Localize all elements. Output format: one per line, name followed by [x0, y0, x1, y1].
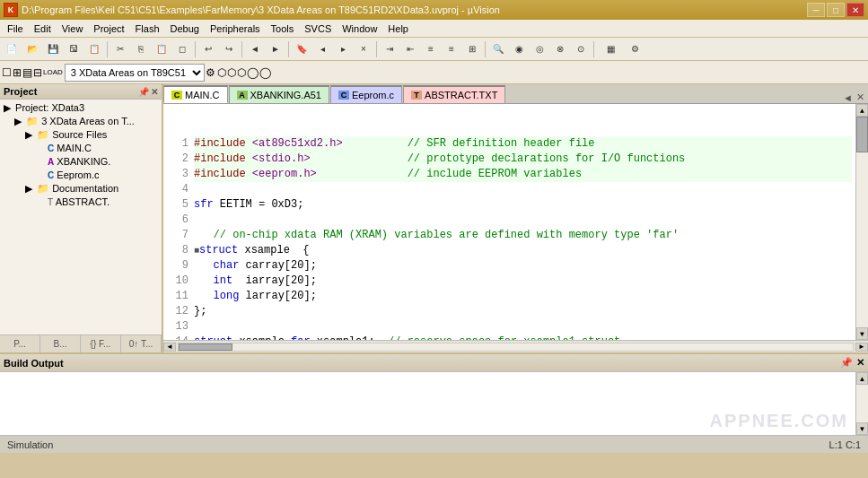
build-vscroll-track[interactable]: [856, 385, 868, 422]
nav-back[interactable]: ◄: [245, 39, 265, 59]
minimize-button[interactable]: ─: [807, 3, 825, 17]
indent3[interactable]: ≡: [442, 39, 461, 59]
nav-forward[interactable]: ►: [266, 39, 285, 59]
tree-xbanking[interactable]: ▶ A XBANKING.: [2, 155, 160, 169]
tb4[interactable]: 📋: [84, 39, 104, 59]
search-btn[interactable]: 🔍: [488, 39, 508, 59]
tb2-debug4[interactable]: ◯: [247, 66, 259, 79]
target-options[interactable]: ⚙: [206, 66, 215, 79]
tree-source-folder[interactable]: ▶ 📁 Source Files: [2, 128, 160, 142]
tb8[interactable]: ◻: [172, 39, 192, 59]
project-pin-icon[interactable]: 📌: [138, 87, 149, 97]
build-vscrollbar[interactable]: ▲ ▼: [855, 372, 868, 435]
save-all-button[interactable]: 🖫: [64, 39, 83, 59]
tab-xbanking-label: XBANKING.A51: [250, 90, 321, 100]
maximize-button[interactable]: □: [827, 3, 845, 17]
hscroll-track[interactable]: [178, 343, 854, 352]
tree-eeprom[interactable]: ▶ C Eeprom.c: [2, 169, 160, 182]
tree-doc-folder[interactable]: ▶ 📁 Documentation: [2, 182, 160, 196]
build-pin-icon[interactable]: 📌: [840, 357, 853, 369]
tb2-debug2[interactable]: ⬡: [227, 66, 236, 79]
indent2[interactable]: ≡: [421, 39, 441, 59]
menu-tools[interactable]: Tools: [266, 22, 300, 36]
line-11: 11 long larray[20];: [167, 289, 852, 304]
menu-project[interactable]: Project: [88, 22, 129, 36]
redo-button[interactable]: ↪: [219, 39, 239, 59]
build-output-content[interactable]: APPNEE.COM: [0, 372, 855, 435]
tab-abstract[interactable]: T ABSTRACT.TXT: [403, 85, 505, 103]
tree-target[interactable]: ▶ 📁 3 XData Areas on T...: [2, 115, 160, 128]
tree-project-root[interactable]: ▶ Project: XData3: [2, 101, 160, 115]
tree-main-c[interactable]: ▶ C MAIN.C: [2, 142, 160, 155]
code-content[interactable]: 1 #include <at89c51xd2.h> // SFR definit…: [163, 104, 855, 340]
project-title: Project: [4, 86, 37, 97]
copy-button[interactable]: ⎘: [131, 39, 151, 59]
target-selector[interactable]: 3 XData Areas on T89C51: [65, 64, 205, 82]
indent-btn[interactable]: ⇥: [380, 39, 399, 59]
menu-help[interactable]: Help: [382, 22, 414, 36]
menu-peripherals[interactable]: Peripherals: [205, 22, 266, 36]
tb2-2[interactable]: ⊞: [13, 66, 22, 79]
tb-x2[interactable]: ◎: [530, 39, 549, 59]
menu-window[interactable]: Window: [337, 22, 382, 36]
menu-debug[interactable]: Debug: [165, 22, 205, 36]
build-vscroll-up[interactable]: ▲: [856, 372, 868, 385]
build-section: Build Output 📌 ✕ APPNEE.COM ▲ ▼: [0, 352, 868, 435]
menu-view[interactable]: View: [57, 22, 89, 36]
ptab-functions[interactable]: {} F...: [81, 335, 121, 352]
menu-file[interactable]: File: [2, 22, 29, 36]
save-button[interactable]: 💾: [43, 39, 63, 59]
tb2-1[interactable]: ☐: [2, 66, 12, 79]
ptab-templates[interactable]: 0↑ T...: [121, 335, 162, 352]
vscroll-down-btn[interactable]: ▼: [856, 327, 868, 340]
project-close-icon[interactable]: ✕: [151, 87, 158, 97]
outdent-btn[interactable]: ⇤: [400, 39, 420, 59]
hscroll-thumb[interactable]: [179, 343, 232, 351]
tb2-debug5[interactable]: ◯: [259, 66, 271, 79]
tb2-3[interactable]: ▤: [22, 66, 32, 79]
paste-button[interactable]: 📋: [152, 39, 171, 59]
tb-extra[interactable]: ⊞: [462, 39, 482, 59]
code-hscrollbar[interactable]: ◄ ►: [163, 340, 868, 352]
build-close-icon[interactable]: ✕: [856, 357, 864, 369]
vscroll-up-btn[interactable]: ▲: [856, 104, 868, 117]
tb-end1[interactable]: ▦: [597, 39, 624, 59]
bookmark-clear[interactable]: ×: [354, 39, 373, 59]
tab-xbanking[interactable]: A XBANKING.A51: [229, 85, 329, 103]
bookmark-prev[interactable]: ◂: [312, 39, 332, 59]
menu-edit[interactable]: Edit: [29, 22, 57, 36]
tb-x1[interactable]: ◉: [509, 39, 529, 59]
tab-scroll-right[interactable]: ✕: [856, 91, 864, 103]
bookmark-next[interactable]: ▸: [333, 39, 353, 59]
cut-button[interactable]: ✂: [110, 39, 130, 59]
hscroll-left-btn[interactable]: ◄: [163, 343, 176, 352]
open-button[interactable]: 📂: [22, 39, 42, 59]
tb2-debug1[interactable]: ⬡: [217, 66, 226, 79]
tab-main-c[interactable]: C MAIN.C: [163, 85, 228, 103]
tb-x4[interactable]: ⊙: [571, 39, 591, 59]
ptab-project[interactable]: P...: [0, 335, 40, 352]
close-button[interactable]: ✕: [846, 3, 864, 17]
vscroll-track[interactable]: [856, 117, 868, 327]
new-button[interactable]: 📄: [2, 39, 22, 59]
hscroll-right-btn[interactable]: ►: [855, 343, 868, 352]
bookmark-btn[interactable]: 🔖: [292, 39, 311, 59]
tb2-load[interactable]: LOAD: [43, 68, 63, 76]
line-8: 8 ■struct xsample {: [167, 243, 852, 258]
tree-abstract[interactable]: ▶ T ABSTRACT.: [2, 196, 160, 209]
menu-svcs[interactable]: SVCS: [299, 22, 337, 36]
code-vscrollbar[interactable]: ▲ ▼: [855, 104, 868, 340]
tab-eeprom[interactable]: C Eeprom.c: [330, 85, 402, 103]
tree-doc-label: Documentation: [52, 183, 118, 194]
tb2-4[interactable]: ⊟: [33, 66, 42, 79]
ptab-books[interactable]: B...: [40, 335, 81, 352]
menu-flash[interactable]: Flash: [130, 22, 165, 36]
tb2-debug3[interactable]: ⬡: [237, 66, 246, 79]
vscroll-thumb[interactable]: [856, 117, 868, 152]
tb-end2[interactable]: ⚙: [625, 39, 644, 59]
build-vscroll-down[interactable]: ▼: [856, 422, 868, 435]
build-title: Build Output: [4, 358, 64, 369]
tab-scroll-left[interactable]: ◄: [843, 92, 853, 103]
undo-button[interactable]: ↩: [198, 39, 218, 59]
tb-x3[interactable]: ⊗: [550, 39, 570, 59]
